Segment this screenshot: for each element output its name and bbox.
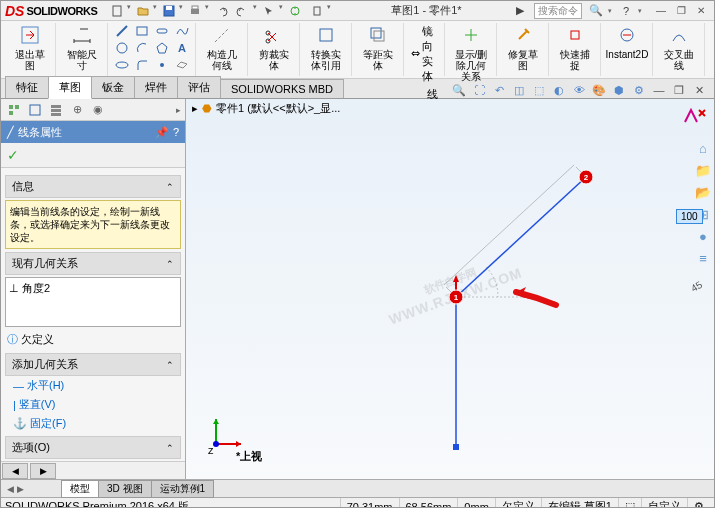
options-icon[interactable] <box>307 3 327 19</box>
rect-tool-icon[interactable] <box>133 23 151 39</box>
arc-tool-icon[interactable] <box>133 40 151 56</box>
slot-tool-icon[interactable] <box>153 23 171 39</box>
edit-appearance-icon[interactable]: 🎨 <box>590 82 608 98</box>
relation-item[interactable]: ⊥ 角度2 <box>9 281 177 296</box>
text-tool-icon[interactable]: A <box>173 40 191 56</box>
help-icon[interactable]: ? <box>616 3 636 19</box>
tab-sketch[interactable]: 草图 <box>48 76 92 99</box>
view-settings-icon[interactable]: ⚙ <box>630 82 648 98</box>
line-tool-icon[interactable] <box>113 23 131 39</box>
search-run-icon[interactable]: ▶ <box>510 3 530 19</box>
search-glass-icon[interactable]: 🔍 <box>586 3 606 19</box>
smart-dimension-button[interactable]: 智能尺 寸 <box>61 23 103 71</box>
plane-tool-icon[interactable] <box>173 57 191 73</box>
svg-rect-31 <box>51 109 61 112</box>
minimize-button[interactable]: — <box>652 4 670 18</box>
foot-btn-2[interactable]: ▶ <box>30 463 56 479</box>
flyout-tree[interactable]: ▸ ⬣ 零件1 (默认<<默认>_显... <box>186 99 714 117</box>
mirror-button[interactable]: ⇔镜向实体 <box>409 23 440 85</box>
options-section[interactable]: 选项(O)⌃ <box>5 436 181 459</box>
doc-max-icon[interactable]: ❐ <box>670 82 688 98</box>
ellipse-tool-icon[interactable] <box>113 57 131 73</box>
tab-model[interactable]: 模型 <box>61 480 99 498</box>
relations-list[interactable]: ⊥ 角度2 <box>5 277 181 327</box>
convert-button[interactable]: 转换实 体引用 <box>305 23 347 71</box>
exit-sketch-button[interactable]: 退出草 图 <box>9 23 51 71</box>
print-icon[interactable] <box>185 3 205 19</box>
fillet-tool-icon[interactable] <box>133 57 151 73</box>
view-orient-icon[interactable]: ⬚ <box>530 82 548 98</box>
svg-rect-36 <box>453 444 459 450</box>
svg-point-13 <box>116 62 128 68</box>
add-vertical[interactable]: |竖直(V) <box>5 395 181 414</box>
existing-rel-section[interactable]: 现有几何关系⌃ <box>5 252 181 275</box>
svg-marker-49 <box>236 441 241 447</box>
tab-feature[interactable]: 特征 <box>5 76 49 98</box>
property-mgr-icon[interactable] <box>26 101 44 119</box>
feature-tree-icon[interactable] <box>5 101 23 119</box>
hide-show-icon[interactable]: 👁 <box>570 82 588 98</box>
trim-icon <box>262 23 286 47</box>
prev-view-icon[interactable]: ↶ <box>490 82 508 98</box>
close-button[interactable]: ✕ <box>692 4 710 18</box>
pin-icon[interactable]: 📌 <box>155 126 169 139</box>
select-icon[interactable] <box>259 3 279 19</box>
sketch-canvas[interactable]: 1 2 <box>186 117 714 497</box>
svg-point-14 <box>160 63 164 67</box>
status-unit-icon[interactable]: ⬚ <box>618 498 641 508</box>
add-rel-section[interactable]: 添加几何关系⌃ <box>5 353 181 376</box>
show-hide-rel-button[interactable]: 显示/删 除几何 关系 <box>450 23 492 82</box>
tab-evaluate[interactable]: 评估 <box>177 76 221 98</box>
svg-rect-26 <box>9 105 13 109</box>
help-panel-icon[interactable]: ? <box>173 126 179 138</box>
info-section[interactable]: 信息⌃ <box>5 175 181 198</box>
svg-rect-29 <box>30 105 40 115</box>
add-fix[interactable]: ⚓固定(F) <box>5 414 181 433</box>
rebuild-icon[interactable] <box>285 3 305 19</box>
tab-3dview[interactable]: 3D 视图 <box>98 480 152 498</box>
tab-mbd[interactable]: SOLIDWORKS MBD <box>220 79 344 98</box>
tab-sheetmetal[interactable]: 钣金 <box>91 76 135 98</box>
open-icon[interactable] <box>133 3 153 19</box>
shaded-button[interactable]: 上色草 图轮廓 <box>710 23 715 71</box>
graphics-area[interactable]: ▸ ⬣ 零件1 (默认<<默认>_显... ⌂ 📁 📂 ⊞ ● ≡ 软件自学网 … <box>186 99 714 479</box>
repair-button[interactable]: 修复草 图 <box>502 23 544 71</box>
polygon-tool-icon[interactable] <box>153 40 171 56</box>
undo-icon[interactable] <box>211 3 231 19</box>
trim-button[interactable]: 剪裁实 体 <box>253 23 295 71</box>
quick-snap-button[interactable]: 快速捕 捉 <box>554 23 596 71</box>
status-custom[interactable]: 自定义 <box>641 498 687 508</box>
section-view-icon[interactable]: ◫ <box>510 82 528 98</box>
tab-weldment[interactable]: 焊件 <box>134 76 178 98</box>
view-triad[interactable]: z <box>206 414 246 454</box>
instant2d-button[interactable]: Instant2D <box>606 23 648 60</box>
offset-button[interactable]: 等距实 体 <box>357 23 399 71</box>
info-icon: ⓘ <box>7 332 18 347</box>
config-mgr-icon[interactable] <box>47 101 65 119</box>
status-gear-icon[interactable]: ⚙ <box>687 498 710 508</box>
zoom-fit-icon[interactable]: 🔍 <box>450 82 468 98</box>
construction-geom-button[interactable]: 构造几 何线 <box>201 23 243 71</box>
doc-close-icon[interactable]: ✕ <box>690 82 708 98</box>
zoom-area-icon[interactable]: ⛶ <box>470 82 488 98</box>
foot-btn-1[interactable]: ◀ <box>2 463 28 479</box>
redo-icon[interactable] <box>233 3 253 19</box>
add-horizontal[interactable]: —水平(H) <box>5 376 181 395</box>
display-style-icon[interactable]: ◐ <box>550 82 568 98</box>
svg-line-8 <box>117 26 127 36</box>
search-input[interactable]: 搜索命令 <box>534 3 582 19</box>
circle-tool-icon[interactable] <box>113 40 131 56</box>
apply-scene-icon[interactable]: ⬢ <box>610 82 628 98</box>
crossover-button[interactable]: 交叉曲 线 <box>658 23 700 71</box>
dimension-value[interactable]: 100 <box>676 209 703 224</box>
ok-button[interactable]: ✓ <box>4 146 22 164</box>
display-mgr-icon[interactable]: ◉ <box>89 101 107 119</box>
spline-tool-icon[interactable] <box>173 23 191 39</box>
panel-footer: ◀ ▶ <box>1 461 185 479</box>
doc-min-icon[interactable]: — <box>650 82 668 98</box>
new-icon[interactable] <box>107 3 127 19</box>
restore-button[interactable]: ❐ <box>672 4 690 18</box>
point-tool-icon[interactable] <box>153 57 171 73</box>
dimxpert-icon[interactable]: ⊕ <box>68 101 86 119</box>
save-icon[interactable] <box>159 3 179 19</box>
